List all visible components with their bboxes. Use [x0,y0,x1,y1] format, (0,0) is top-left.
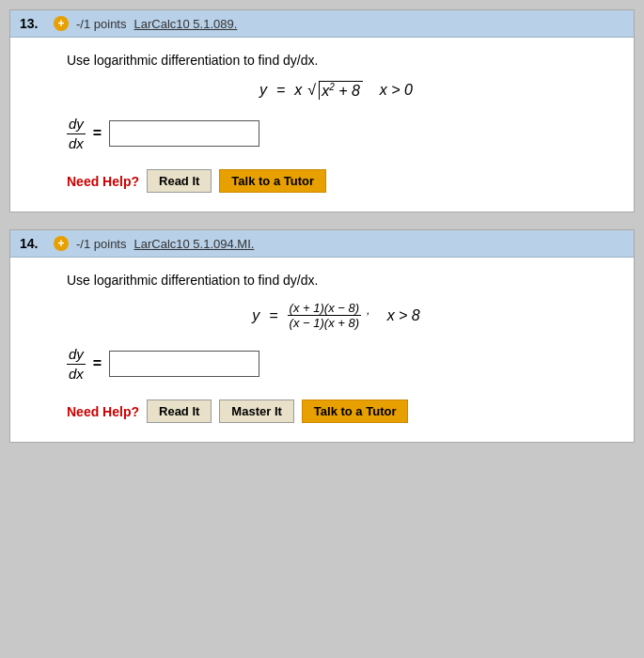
fraction-14: (x + 1)(x − 8) (x − 1)(x + 8) [288,301,361,330]
talk-tutor-button-13[interactable]: Talk to a Tutor [219,169,326,193]
need-help-row-13: Need Help? Read It Talk to a Tutor [67,169,605,193]
problem-14-body: Use logarithmic differentiation to find … [10,258,634,442]
problem-14-header: 14. + -/1 points LarCalc10 5.1.094.MI. [10,230,634,258]
eq-x-var: x [294,82,302,99]
problem-14-points: -/1 points [76,237,126,251]
answer-input-13[interactable] [109,120,259,147]
problem-14-answer-row: dy dx = [67,345,605,383]
sqrt-symbol: √ x2 + 8 [307,81,362,100]
need-help-row-14: Need Help? Read It Master It Talk to a T… [67,400,605,423]
problem-13-header: 13. + -/1 points LarCalc10 5.1.089. [10,10,634,38]
plus-icon-13[interactable]: + [54,16,69,31]
read-it-button-14[interactable]: Read It [147,400,212,423]
problem-14-instruction: Use logarithmic differentiation to find … [67,273,605,288]
problem-14-number: 14. [20,236,46,251]
prime-symbol-14: , [367,303,370,317]
need-help-label-13: Need Help? [67,174,139,189]
fraction-denominator: (x − 1)(x + 8) [288,316,361,330]
problem-14-equation: y = (x + 1)(x − 8) (x − 1)(x + 8) , x > … [67,301,605,330]
need-help-label-14: Need Help? [67,404,139,419]
problem-13-points: -/1 points [76,17,126,31]
problem-13: 13. + -/1 points LarCalc10 5.1.089. Use … [9,9,635,212]
problem-13-instruction: Use logarithmic differentiation to find … [67,53,605,68]
x-condition-14: x > 8 [387,307,420,324]
problem-13-equation: y = x √ x2 + 8 x > 0 [67,81,605,100]
derivative-label-14: dy dx [67,345,86,383]
problem-13-reference: LarCalc10 5.1.089. [134,17,237,31]
answer-input-14[interactable] [109,351,259,377]
read-it-button-13[interactable]: Read It [147,169,212,193]
equals-14: = [93,355,102,372]
problem-13-number: 13. [20,16,46,31]
plus-icon-14[interactable]: + [54,236,69,251]
problem-13-body: Use logarithmic differentiation to find … [10,38,634,212]
derivative-label-13: dy dx [67,115,86,152]
problem-14: 14. + -/1 points LarCalc10 5.1.094.MI. U… [9,229,635,443]
x-condition-13: x > 0 [380,82,413,99]
master-it-button-14[interactable]: Master It [219,400,293,423]
talk-tutor-button-14[interactable]: Talk to a Tutor [302,400,409,423]
problem-13-answer-row: dy dx = [67,115,605,152]
fraction-numerator: (x + 1)(x − 8) [288,301,361,316]
eq-y-var: y [259,82,267,99]
problem-14-reference: LarCalc10 5.1.094.MI. [134,237,254,251]
equals-13: = [93,125,102,142]
